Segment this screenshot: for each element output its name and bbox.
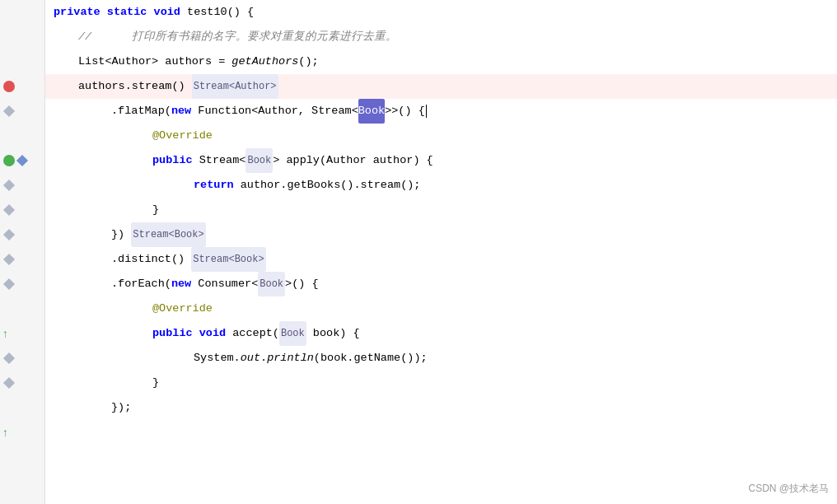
- gutter-row-8: [0, 173, 44, 198]
- text-cursor: [426, 105, 427, 118]
- code-line-7: public Stream< Book > apply(Author autho…: [45, 148, 837, 173]
- getname-call: (book.getName());: [314, 346, 428, 371]
- kw-static: static: [107, 0, 154, 25]
- close-brace-2: }: [152, 371, 159, 395]
- gutter-row-18: ↑: [0, 420, 44, 445]
- println-italic: println: [267, 346, 314, 371]
- var-authors: authors =: [165, 49, 231, 74]
- function-type: Function<Author, Stream<: [198, 99, 358, 124]
- gutter-row-14: ↑: [0, 321, 44, 346]
- consumer-type: Consumer<: [198, 272, 258, 296]
- out-italic: out: [241, 346, 260, 371]
- dot-foreach: .forEach(: [111, 272, 171, 296]
- gutter-row-20: [0, 469, 44, 494]
- gutter-row-17: [0, 395, 44, 420]
- code-area: private static void test10() { // 打印所有书籍…: [45, 0, 837, 504]
- code-line-17: });: [45, 395, 837, 420]
- code-line-11: .distinct() Stream<Book>: [45, 247, 837, 272]
- gutter-row-2: [0, 25, 44, 49]
- authors-stream: authors.stream(): [78, 74, 192, 99]
- code-line-3: List<Author> authors = getAuthors ();: [45, 49, 837, 74]
- code-line-5: .flatMap( new Function<Author, Stream< B…: [45, 99, 837, 124]
- code-line-12: .forEach( new Consumer< Book >() {: [45, 272, 837, 296]
- run-icon[interactable]: [3, 155, 15, 166]
- gutter-row-6: [0, 124, 44, 148]
- code-line-1: private static void test10() {: [45, 0, 837, 25]
- stream-book-type: Stream<: [199, 148, 246, 173]
- dot-flatmap: .flatMap(: [111, 99, 171, 124]
- type-hint-stream-book-2: Stream<Book>: [191, 247, 265, 272]
- after-book: >>() {: [385, 99, 425, 124]
- accept-method: accept(: [232, 321, 279, 346]
- code-line-13: @Override: [45, 296, 837, 321]
- gutter-row-13: [0, 296, 44, 321]
- gutter-diamond-7: [3, 278, 15, 290]
- type-hint-stream-book: Stream<Book>: [131, 222, 205, 247]
- arrow-up-icon-2: ↑: [2, 427, 13, 438]
- gutter-diamond-9: [3, 377, 15, 389]
- println-call: .: [260, 346, 267, 371]
- paren-semi: ();: [298, 49, 318, 74]
- gutter-row-7: [0, 148, 44, 173]
- author-getbooks: author.getBooks().stream();: [241, 173, 421, 198]
- code-line-10: }) Stream<Book>: [45, 222, 837, 247]
- apply-method: > apply(Author author) {: [273, 148, 433, 173]
- gutter-row-19: [0, 445, 44, 469]
- code-line-16: }: [45, 371, 837, 395]
- code-line-6: @Override: [45, 124, 837, 148]
- type-hint-book-3: Book: [279, 321, 306, 346]
- editor-container: ↑ ↑ private static void test10() {: [0, 0, 837, 504]
- comment-text: // 打印所有书籍的名字。要求对重复的元素进行去重。: [78, 25, 397, 49]
- gutter-diamond-8: [3, 352, 15, 364]
- gutter: ↑ ↑: [0, 0, 45, 504]
- kw-public-1: public: [152, 148, 199, 173]
- breakpoint-icon[interactable]: [3, 81, 15, 92]
- type-hint-stream-author: Stream<Author>: [192, 74, 278, 99]
- kw-return: return: [194, 173, 241, 198]
- gutter-row-5: [0, 99, 44, 124]
- gutter-row-11: [0, 247, 44, 272]
- kw-private: private: [54, 0, 107, 25]
- annotation-override-2: @Override: [152, 296, 213, 321]
- code-line-4: authors.stream() Stream<Author>: [45, 74, 837, 99]
- gutter-row-4[interactable]: [0, 74, 44, 99]
- gutter-diamond-1: [3, 105, 15, 117]
- code-line-2: // 打印所有书籍的名字。要求对重复的元素进行去重。: [45, 25, 837, 49]
- accept-param: book) {: [306, 321, 360, 346]
- annotation-override-1: @Override: [152, 124, 213, 148]
- code-line-15: System. out . println (book.getName());: [45, 346, 837, 371]
- gutter-row-15: [0, 346, 44, 371]
- dot-distinct: .distinct(): [111, 247, 191, 272]
- type-hint-book-1: Book: [245, 148, 273, 173]
- book-selected: Book: [358, 99, 385, 124]
- code-line-9: }: [45, 198, 837, 222]
- close-paren-2: });: [111, 395, 131, 420]
- watermark: CSDN @技术老马: [748, 482, 829, 496]
- gutter-diamond-4: [3, 204, 15, 216]
- gutter-row-3: [0, 49, 44, 74]
- type-hint-book-2: Book: [258, 272, 285, 296]
- arrow-up-icon: ↑: [2, 328, 13, 339]
- system-out: System.: [194, 346, 241, 371]
- close-brace-1: }: [152, 198, 159, 222]
- gutter-diamond-2: [16, 155, 28, 166]
- gutter-diamond-5: [3, 229, 15, 240]
- gutter-row-1: [0, 0, 44, 25]
- gutter-row-12: [0, 272, 44, 296]
- close-paren-1: }): [111, 222, 131, 247]
- kw-public-2: public: [152, 321, 199, 346]
- method-getauthors: getAuthors: [231, 49, 298, 74]
- gutter-row-16: [0, 371, 44, 395]
- consumer-close: >() {: [285, 272, 319, 296]
- code-line-8: return author.getBooks().stream();: [45, 173, 837, 198]
- gutter-row-10: [0, 222, 44, 247]
- type-list: List<Author>: [78, 49, 165, 74]
- method-name: test10() {: [187, 0, 254, 25]
- gutter-diamond-6: [3, 254, 15, 265]
- code-line-14: public void accept( Book book) {: [45, 321, 837, 346]
- kw-new: new: [171, 99, 198, 124]
- kw-void: void: [154, 0, 188, 25]
- kw-new-2: new: [171, 272, 198, 296]
- kw-void-2: void: [199, 321, 233, 346]
- gutter-diamond-3: [3, 180, 15, 191]
